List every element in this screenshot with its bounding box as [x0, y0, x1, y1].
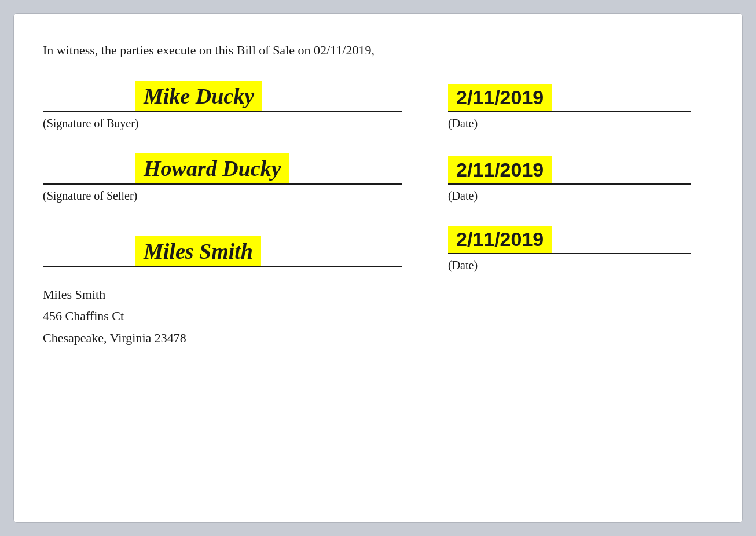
- buyer-sig-line: [43, 111, 402, 112]
- address-name: Miles Smith: [43, 284, 713, 305]
- witness-signature-text: Miles Smith: [144, 239, 253, 263]
- address-city-state-zip: Chesapeake, Virginia 23478: [43, 327, 713, 348]
- seller-date-label: (Date): [448, 189, 478, 203]
- seller-date-highlight: 2/11/2019: [448, 156, 552, 183]
- buyer-section: Mike Ducky (Signature of Buyer) 2/11/201…: [43, 81, 713, 130]
- seller-date-block: 2/11/2019 (Date): [448, 156, 691, 203]
- seller-signature-highlight: Howard Ducky: [135, 153, 289, 183]
- buyer-date-block: 2/11/2019 (Date): [448, 84, 691, 130]
- witness-date-highlight: 2/11/2019: [448, 226, 552, 253]
- seller-date-text: 2/11/2019: [456, 159, 544, 181]
- seller-sig-line: [43, 183, 402, 185]
- buyer-date-right: 2/11/2019 (Date): [448, 84, 691, 130]
- seller-section: Howard Ducky (Signature of Seller) 2/11/…: [43, 153, 713, 203]
- witness-sig-line: [43, 266, 402, 267]
- seller-signature-text: Howard Ducky: [144, 156, 281, 181]
- witness-date-line: [448, 253, 691, 254]
- witness-sig-left: Miles Smith: [43, 236, 402, 272]
- witness-signature-block: Miles Smith: [43, 236, 402, 272]
- buyer-signature-text: Mike Ducky: [144, 84, 254, 108]
- witness-date-block: 2/11/2019 (Date): [448, 226, 691, 272]
- seller-date-right: 2/11/2019 (Date): [448, 156, 691, 203]
- seller-sig-left: Howard Ducky (Signature of Seller): [43, 153, 402, 203]
- seller-date-line: [448, 183, 691, 185]
- address-street: 456 Chaffins Ct: [43, 305, 713, 326]
- buyer-signature-block: Mike Ducky (Signature of Buyer): [43, 81, 402, 130]
- buyer-date-highlight: 2/11/2019: [448, 84, 552, 111]
- witness-date-text: 2/11/2019: [456, 228, 544, 250]
- buyer-signature-highlight: Mike Ducky: [135, 81, 262, 111]
- buyer-sig-label: (Signature of Buyer): [43, 117, 139, 130]
- document-page: In witness, the parties execute on this …: [13, 13, 743, 523]
- seller-sig-label: (Signature of Seller): [43, 189, 137, 203]
- buyer-date-label: (Date): [448, 117, 478, 130]
- seller-signature-block: Howard Ducky (Signature of Seller): [43, 153, 402, 203]
- witness-date-right: 2/11/2019 (Date): [448, 226, 691, 272]
- intro-text: In witness, the parties execute on this …: [43, 43, 713, 58]
- buyer-sig-left: Mike Ducky (Signature of Buyer): [43, 81, 402, 130]
- buyer-date-text: 2/11/2019: [456, 86, 544, 108]
- address-block: Miles Smith 456 Chaffins Ct Chesapeake, …: [43, 284, 713, 348]
- witness-date-label: (Date): [448, 259, 478, 272]
- buyer-date-line: [448, 111, 691, 112]
- witness-signature-highlight: Miles Smith: [135, 236, 261, 266]
- witness-section: Miles Smith 2/11/2019 (Date) Miles Smith…: [43, 226, 713, 348]
